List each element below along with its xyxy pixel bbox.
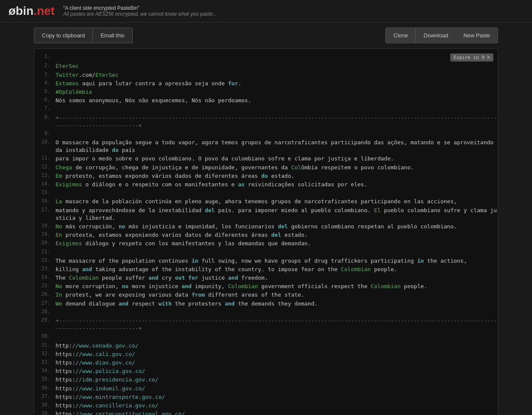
- line-content: In protest, we are exposing various data…: [56, 291, 498, 299]
- table-row: 14.Exigimos o diálogo e o respeito com o…: [34, 180, 498, 189]
- line-number: 22.: [34, 257, 56, 263]
- line-content: No más corrupción, no más injusticia e i…: [56, 223, 498, 230]
- line-number: 17.: [34, 207, 56, 213]
- logo-symbol: ø: [8, 4, 16, 17]
- table-row: 20.Exigimos diálogo y respeto con los ma…: [34, 239, 498, 248]
- copy-to-clipboard-button[interactable]: Copy to clipboard: [34, 28, 93, 43]
- logo: øbin.net: [8, 4, 55, 18]
- line-number: 3.: [34, 71, 56, 77]
- table-row: 39.https://www.corteconstitucional.gov.c…: [34, 410, 498, 415]
- download-button[interactable]: Download: [416, 28, 456, 43]
- line-content: https://www.cancilleria.gov.co/: [56, 402, 498, 409]
- line-number: 36.: [34, 385, 56, 391]
- table-row: 22.The massacre of the population contin…: [34, 257, 498, 265]
- line-number: 35.: [34, 376, 56, 382]
- tagline-quote: "A client side encrypted PasteBin": [63, 5, 217, 11]
- line-number: 13.: [34, 172, 56, 178]
- table-row: 36.https://www.indumil.gov.co/: [34, 384, 498, 393]
- content-area: 1.Expire in 9 h 2.EterSec3.Twitter.com/E…: [34, 48, 498, 415]
- line-number: 33.: [34, 359, 56, 365]
- line-number: 2.: [34, 62, 56, 68]
- line-content: para impor o medo sobre o povo colombian…: [56, 155, 498, 163]
- toolbar-left: Copy to clipboard Email this: [34, 28, 133, 43]
- line-number: 29.: [34, 317, 56, 323]
- table-row: 10.O massacre da população segue a todo …: [34, 138, 498, 154]
- line-content: [56, 249, 498, 256]
- line-number: 8.: [34, 114, 56, 120]
- line-number: 15.: [34, 189, 56, 195]
- line-content: [56, 130, 498, 138]
- logo-net: .net: [33, 4, 55, 17]
- line-content: https://www.corteconstitucional.gov.co/: [56, 410, 498, 415]
- line-content: [56, 105, 498, 113]
- line-number: 20.: [34, 240, 56, 246]
- table-row: 13.Em protesto, estamos expondo vários d…: [34, 172, 498, 180]
- table-row: 33.https://www.dian.gov.co/: [34, 359, 498, 367]
- header: øbin.net "A client side encrypted PasteB…: [0, 0, 532, 22]
- table-row: 29.+------------------------------------…: [34, 317, 498, 333]
- line-number: 4.: [34, 80, 56, 86]
- table-row: 28.: [34, 308, 498, 317]
- line-content: No more corruption, no more injustice an…: [56, 283, 498, 290]
- line-number: 39.: [34, 410, 56, 415]
- line-content: Expire in 9 h: [56, 53, 498, 62]
- line-number: 14.: [34, 181, 56, 187]
- logo-bin: bin: [16, 4, 33, 17]
- table-row: 37.https://www.mintransporte.gov.co/: [34, 393, 498, 401]
- table-row: 17.matando y aprovechándose de la inesta…: [34, 206, 498, 222]
- line-content: #OpColômbia: [56, 88, 498, 96]
- line-content: +---------------------------------------…: [56, 317, 498, 332]
- line-number: 32.: [34, 351, 56, 356]
- line-number: 18.: [34, 223, 56, 229]
- table-row: 2.EterSec: [34, 62, 498, 70]
- line-content: Estamos aqui para lutar contra a opressã…: [56, 80, 498, 87]
- table-row: 30.: [34, 333, 498, 341]
- table-row: 35.https://idm.presidencia.gov.co/: [34, 376, 498, 384]
- line-content: https://www.dian.gov.co/: [56, 359, 498, 367]
- table-row: 34.https://www.policia.gov.co/: [34, 367, 498, 376]
- line-number: 19.: [34, 231, 56, 237]
- line-content: The Colombian people suffer and cry out …: [56, 274, 498, 282]
- line-content: https://idm.presidencia.gov.co/: [56, 376, 498, 384]
- line-number: 16.: [34, 198, 56, 204]
- table-row: 27.We demand dialogue and respect with t…: [34, 300, 498, 308]
- taglines: "A client side encrypted PasteBin" All p…: [63, 5, 217, 17]
- line-content: matando y aprovechándose de la inestabil…: [56, 207, 498, 222]
- line-number: 7.: [34, 105, 56, 111]
- line-number: 10.: [34, 139, 56, 145]
- line-number: 6.: [34, 97, 56, 103]
- line-content: Exigimos o diálogo e o respeito com os m…: [56, 181, 498, 188]
- tagline-sub: All pastes are AES256 encrypted, we cann…: [63, 11, 217, 17]
- line-number: 28.: [34, 308, 56, 314]
- line-number: 24.: [34, 274, 56, 280]
- table-row: 25.No more corruption, no more injustice…: [34, 282, 498, 291]
- line-number: 1.: [34, 53, 56, 59]
- line-content: Nós somos anonymous, Nós não esquecemos,…: [56, 97, 498, 104]
- table-row: 5.#OpColômbia: [34, 88, 498, 96]
- table-row: 32.https://www.cali.gov.co/: [34, 350, 498, 359]
- line-content: https://www.policia.gov.co/: [56, 367, 498, 375]
- toolbar: Copy to clipboard Email this Clone Downl…: [0, 22, 532, 48]
- line-number: 34.: [34, 367, 56, 373]
- line-content: Chega de corrupção, chega de injustiça e…: [56, 164, 498, 171]
- line-content: The massacre of the population continues…: [56, 257, 498, 265]
- table-row: 15.: [34, 189, 498, 197]
- line-number: 27.: [34, 300, 56, 306]
- table-row: 12.Chega de corrupção, chega de injustiç…: [34, 163, 498, 172]
- line-content: [56, 333, 498, 341]
- table-row: 3.Twitter.com/EterSec: [34, 71, 498, 79]
- clone-button[interactable]: Clone: [385, 28, 416, 43]
- line-content: Exigimos diálogo y respeto con los manif…: [56, 240, 498, 247]
- line-number: 37.: [34, 393, 56, 399]
- new-paste-button[interactable]: New Paste: [456, 28, 498, 43]
- table-row: 8.+-------------------------------------…: [34, 114, 498, 130]
- line-content: Em protesto, estamos expondo vários dado…: [56, 172, 498, 180]
- line-number: 31.: [34, 342, 56, 348]
- line-number: 11.: [34, 155, 56, 161]
- line-number: 21.: [34, 249, 56, 255]
- email-this-button[interactable]: Email this: [93, 28, 132, 43]
- line-content: https://www.indumil.gov.co/: [56, 385, 498, 393]
- line-content: O massacre da população segue a todo vap…: [56, 139, 498, 154]
- table-row: 7.: [34, 105, 498, 113]
- table-row: 6.Nós somos anonymous, Nós não esquecemo…: [34, 96, 498, 105]
